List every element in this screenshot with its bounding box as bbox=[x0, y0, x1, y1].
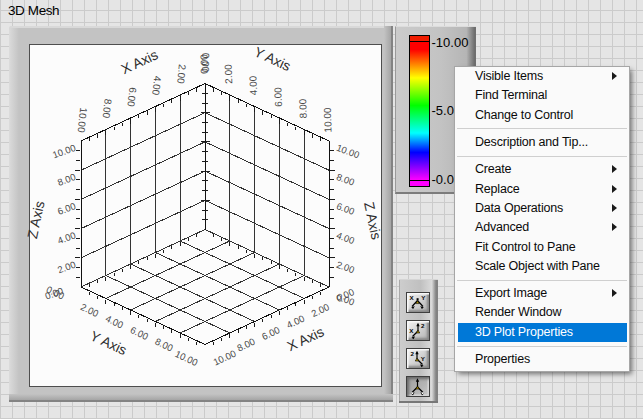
svg-text:2: 2 bbox=[410, 349, 414, 356]
svg-text:X: X bbox=[410, 294, 415, 301]
svg-text:10.00: 10.00 bbox=[335, 142, 361, 160]
svg-text:8.00: 8.00 bbox=[335, 171, 356, 188]
svg-text:4.00: 4.00 bbox=[150, 75, 163, 96]
svg-text:2.00: 2.00 bbox=[223, 64, 235, 84]
svg-text:6.00: 6.00 bbox=[260, 324, 281, 342]
svg-text:Z Axis: Z Axis bbox=[361, 200, 385, 241]
svg-text:X Axis: X Axis bbox=[118, 46, 160, 77]
svg-text:2.00: 2.00 bbox=[56, 259, 77, 276]
svg-text:4.00: 4.00 bbox=[104, 313, 125, 331]
svg-text:6.00: 6.00 bbox=[272, 87, 284, 107]
svg-text:Z Axis: Z Axis bbox=[24, 199, 48, 240]
svg-text:4.00: 4.00 bbox=[247, 75, 259, 95]
svg-text:10.00: 10.00 bbox=[211, 348, 237, 368]
svg-text:2.00: 2.00 bbox=[335, 259, 356, 276]
svg-text:8.00: 8.00 bbox=[235, 336, 256, 354]
svg-text:8.00: 8.00 bbox=[153, 336, 174, 354]
svg-text:0.00: 0.00 bbox=[198, 54, 209, 74]
svg-text:6.00: 6.00 bbox=[125, 87, 138, 108]
svg-text:4.00: 4.00 bbox=[285, 313, 306, 331]
svg-text:6.00: 6.00 bbox=[56, 200, 77, 217]
svg-text:6.00: 6.00 bbox=[129, 324, 150, 342]
svg-text:2.00: 2.00 bbox=[310, 301, 331, 319]
svg-text:10.00: 10.00 bbox=[51, 142, 77, 160]
svg-text:8.00: 8.00 bbox=[101, 98, 114, 119]
svg-text:4.00: 4.00 bbox=[56, 230, 77, 247]
svg-text:2.00: 2.00 bbox=[175, 64, 188, 85]
svg-text:10.00: 10.00 bbox=[76, 107, 90, 133]
svg-text:Y Axis: Y Axis bbox=[88, 327, 130, 358]
svg-text:8.00: 8.00 bbox=[297, 98, 309, 118]
svg-text:2.00: 2.00 bbox=[79, 301, 100, 319]
svg-text:4.00: 4.00 bbox=[335, 230, 356, 247]
svg-text:X: X bbox=[409, 326, 414, 333]
svg-text:10.00: 10.00 bbox=[322, 107, 334, 133]
svg-text:6.00: 6.00 bbox=[335, 200, 356, 217]
svg-text:8.00: 8.00 bbox=[56, 171, 77, 188]
svg-text:Y: Y bbox=[421, 294, 426, 301]
svg-text:10.00: 10.00 bbox=[173, 348, 199, 368]
svg-text:Y: Y bbox=[421, 354, 426, 361]
svg-text:2: 2 bbox=[421, 321, 425, 328]
svg-text:Y Axis: Y Axis bbox=[252, 43, 294, 74]
